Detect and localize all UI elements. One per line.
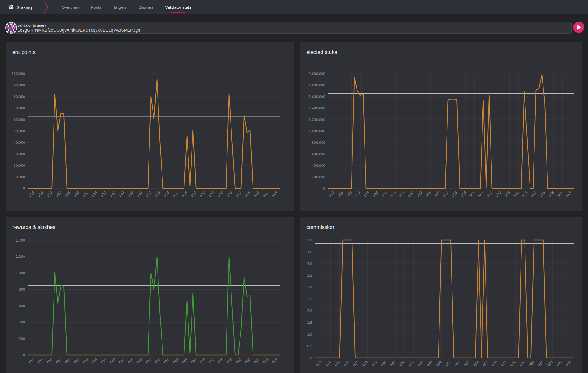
svg-text:916: 916 <box>37 357 44 364</box>
svg-text:943: 943 <box>118 191 125 198</box>
svg-text:1,000: 1,000 <box>16 271 25 275</box>
chart-card-commission: 00.51.01.52.02.53.03.54.04.55.0913916919… <box>300 217 582 373</box>
svg-text:949: 949 <box>426 360 433 367</box>
svg-text:982: 982 <box>235 191 242 198</box>
svg-text:946: 946 <box>127 191 134 198</box>
svg-text:976: 976 <box>512 191 520 198</box>
validator-query-label: validator to query <box>18 24 568 27</box>
tab-overview[interactable]: Overview <box>62 0 79 14</box>
validator-address-input[interactable] <box>18 27 482 33</box>
svg-text:970: 970 <box>491 360 498 367</box>
svg-text:0: 0 <box>23 353 25 357</box>
tab-targets[interactable]: Targets <box>113 0 127 14</box>
svg-text:937: 937 <box>100 357 107 364</box>
tab-validator-stats[interactable]: Validator stats <box>165 0 191 14</box>
app-brand: Staking <box>0 4 32 10</box>
svg-text:600: 600 <box>19 304 25 308</box>
svg-text:970: 970 <box>199 357 206 364</box>
svg-text:952: 952 <box>435 360 443 367</box>
svg-text:931: 931 <box>82 357 89 364</box>
svg-text:922: 922 <box>343 360 350 367</box>
svg-text:928: 928 <box>372 191 379 198</box>
svg-text:0.5: 0.5 <box>307 344 312 348</box>
svg-text:800: 800 <box>19 287 25 291</box>
svg-text:937: 937 <box>389 360 396 367</box>
svg-text:60,000: 60,000 <box>14 118 25 121</box>
validator-query-input-box[interactable]: validator to query <box>9 22 572 34</box>
svg-text:955: 955 <box>154 191 161 198</box>
svg-text:2.0: 2.0 <box>307 309 312 313</box>
svg-text:0: 0 <box>310 356 312 360</box>
svg-text:943: 943 <box>416 191 423 198</box>
svg-text:958: 958 <box>163 357 170 364</box>
svg-text:913: 913 <box>28 191 35 198</box>
svg-text:70,000: 70,000 <box>14 106 25 110</box>
tab-slashes[interactable]: Slashes <box>138 0 153 14</box>
svg-text:964: 964 <box>473 360 480 367</box>
chart-title-rewards-slashes: rewards & slashes <box>12 224 55 230</box>
svg-text:913: 913 <box>315 360 322 367</box>
svg-text:940: 940 <box>109 357 116 364</box>
svg-text:940: 940 <box>399 360 406 367</box>
svg-text:967: 967 <box>486 191 493 198</box>
chart-card-elected-stake: 0200,000400,000600,000800,0001,000,0001,… <box>300 42 582 211</box>
svg-text:1,600,000: 1,600,000 <box>309 95 325 99</box>
svg-text:1,200: 1,200 <box>16 255 25 258</box>
svg-text:982: 982 <box>528 360 535 367</box>
svg-text:946: 946 <box>425 191 432 198</box>
svg-text:952: 952 <box>442 191 449 198</box>
svg-text:928: 928 <box>361 360 369 367</box>
svg-text:922: 922 <box>55 191 62 198</box>
svg-text:0: 0 <box>323 186 325 190</box>
svg-text:958: 958 <box>163 191 170 198</box>
svg-text:988: 988 <box>253 357 260 364</box>
svg-text:943: 943 <box>118 357 125 364</box>
svg-text:1,400: 1,400 <box>16 239 25 242</box>
svg-text:20,000: 20,000 <box>14 164 25 167</box>
svg-text:80,000: 80,000 <box>14 95 25 99</box>
svg-text:967: 967 <box>482 360 489 367</box>
svg-text:925: 925 <box>363 191 370 198</box>
svg-text:919: 919 <box>345 191 352 198</box>
svg-text:976: 976 <box>217 191 224 198</box>
svg-text:922: 922 <box>55 357 62 364</box>
svg-text:40,000: 40,000 <box>14 141 25 144</box>
svg-text:961: 961 <box>469 191 476 198</box>
brand-label: Staking <box>16 5 32 10</box>
svg-text:949: 949 <box>433 191 440 198</box>
chart-card-rewards-slashes: 02004006008001,0001,2001,400913916919922… <box>6 217 294 373</box>
svg-text:952: 952 <box>145 191 152 198</box>
svg-text:985: 985 <box>539 191 546 198</box>
svg-text:991: 991 <box>556 191 564 198</box>
svg-text:30,000: 30,000 <box>14 152 25 156</box>
svg-text:991: 991 <box>262 357 269 364</box>
svg-text:928: 928 <box>73 191 80 198</box>
svg-text:1.5: 1.5 <box>307 321 312 324</box>
svg-text:1,200,000: 1,200,000 <box>309 118 325 121</box>
svg-text:958: 958 <box>460 191 467 198</box>
svg-text:10,000: 10,000 <box>14 175 25 179</box>
svg-text:952: 952 <box>145 357 152 364</box>
svg-text:946: 946 <box>417 360 424 367</box>
chart-title-commission: commission <box>306 224 334 230</box>
svg-text:940: 940 <box>109 191 116 198</box>
svg-text:955: 955 <box>451 191 458 198</box>
svg-text:994: 994 <box>271 357 278 364</box>
svg-text:976: 976 <box>509 360 517 367</box>
svg-text:964: 964 <box>477 191 484 198</box>
top-nav: Staking Overview Pools Targets Slashes V… <box>0 0 588 14</box>
tab-pools[interactable]: Pools <box>91 0 101 14</box>
svg-text:976: 976 <box>217 357 224 364</box>
svg-text:5.0: 5.0 <box>307 238 312 242</box>
svg-text:979: 979 <box>226 357 233 364</box>
svg-text:0: 0 <box>23 186 25 190</box>
svg-text:943: 943 <box>408 360 415 367</box>
svg-text:979: 979 <box>519 360 526 367</box>
svg-text:979: 979 <box>521 191 528 198</box>
svg-text:958: 958 <box>454 360 461 367</box>
query-submit-button[interactable] <box>573 22 584 33</box>
chart-title-era-points: era points <box>12 49 36 55</box>
svg-text:1,800,000: 1,800,000 <box>309 83 325 87</box>
svg-text:913: 913 <box>28 357 35 364</box>
chevron-divider-icon <box>43 0 49 14</box>
